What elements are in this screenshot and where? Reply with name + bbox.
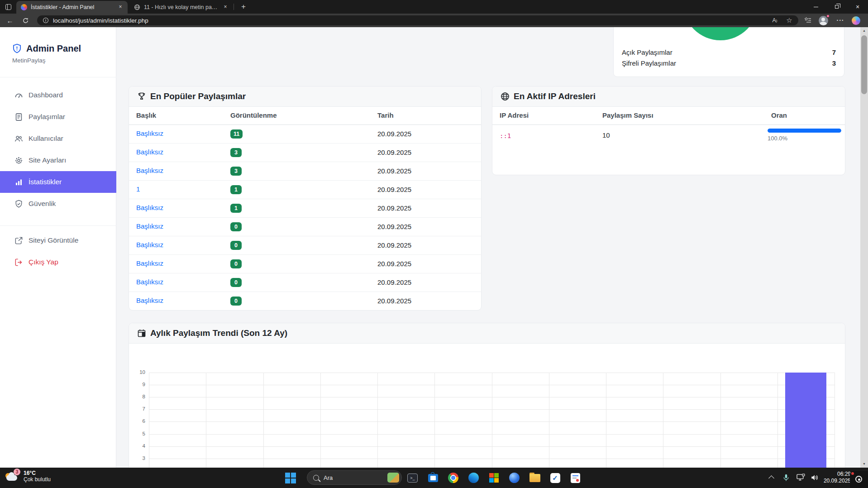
app-icon-notes-app[interactable] [569, 472, 582, 484]
tab-close-icon[interactable]: × [117, 4, 124, 11]
share-title-link[interactable]: Başlıksız [136, 297, 163, 304]
chart-gridline-horizontal [149, 434, 835, 435]
clock-date: 20.09.2025 [814, 478, 851, 484]
sidebar-item-siteyi-goruntule[interactable]: Siteyi Görüntüle [0, 230, 116, 251]
microphone-icon[interactable] [782, 474, 791, 483]
app-icon-file-explorer[interactable] [529, 472, 541, 484]
network-display-icon[interactable] [796, 474, 806, 483]
external-link-icon [14, 236, 23, 245]
sidebar-item-kullanicilar[interactable]: Kullanıcılar [0, 128, 116, 149]
browser-tab-strip: İstatistikler - Admin Panel × 11 - Hızlı… [0, 0, 868, 14]
globe-favicon [134, 4, 140, 10]
sidebar-item-paylasimlar[interactable]: Paylaşımlar [0, 106, 116, 128]
refresh-icon[interactable] [19, 15, 32, 26]
admin-panel-title: Admin Panel [26, 43, 81, 54]
app-icon-terminal[interactable]: >_ [406, 472, 419, 484]
table-row: ::1 10 100.0% [492, 125, 845, 176]
scroll-down-arrow[interactable]: ▼ [860, 460, 868, 468]
chart-y-tick-label: 4 [129, 443, 145, 449]
screen-capture-target-icon[interactable] [850, 471, 868, 488]
browser-tab-active[interactable]: İstatistikler - Admin Panel × [16, 1, 128, 14]
scrollbar-thumb[interactable] [861, 35, 867, 94]
table-row: Başlıksız020.09.2025 [129, 292, 481, 311]
back-icon[interactable]: ← [4, 15, 16, 26]
share-title-link[interactable]: Başlıksız [136, 278, 163, 286]
chart-y-tick-label: 10 [129, 369, 145, 375]
share-date: 20.09.2025 [377, 278, 411, 286]
tab-divider [234, 4, 234, 10]
ip-address: ::1 [500, 132, 511, 139]
sidebar-item-dashboard[interactable]: Dashboard [0, 84, 116, 106]
window-minimize-button[interactable] [806, 0, 826, 14]
window-restore-button[interactable] [826, 0, 847, 14]
table-row: Başlıksız020.09.2025 [129, 218, 481, 236]
chart-y-tick-label: 9 [129, 382, 145, 387]
favorites-list-icon[interactable] [802, 15, 814, 26]
sidebar-item-istatistikler[interactable]: İstatistikler [0, 171, 116, 193]
share-title-link[interactable]: Başlıksız [136, 259, 163, 267]
share-title-link[interactable]: Başlıksız [136, 167, 163, 174]
shield-check-icon [14, 200, 23, 208]
address-bar[interactable]: localhost/just/admin/istatistikler.php A… [37, 15, 798, 25]
logout-icon [14, 258, 23, 267]
app-icon-chrome[interactable] [447, 472, 459, 484]
share-title-link[interactable]: Başlıksız [136, 222, 163, 230]
table-row: 1120.09.2025 [129, 181, 481, 199]
share-title-link[interactable]: Başlıksız [136, 241, 163, 249]
calendar-icon [137, 329, 146, 338]
card-header: En Popüler Paylaşımlar [129, 86, 481, 107]
summary-value: 3 [832, 59, 836, 67]
chart-gridline-horizontal [149, 459, 835, 459]
taskbar-search[interactable]: Ara [307, 470, 402, 485]
app-icon-microsoft-store[interactable] [427, 472, 439, 484]
chart-gridline-vertical [663, 373, 663, 468]
favorite-star-icon[interactable]: ☆ [784, 16, 795, 24]
tab-title: İstatistikler - Admin Panel [31, 4, 113, 10]
tab-close-icon[interactable]: × [222, 4, 229, 11]
window-close-button[interactable]: × [847, 0, 868, 14]
sidebar-item-cikis-yap[interactable]: Çıkış Yap [0, 251, 116, 273]
sidebar-item-guvenlik[interactable]: Güvenlik [0, 193, 116, 215]
share-date: 20.09.2025 [377, 148, 411, 156]
progress-bar [768, 129, 841, 133]
weather-widget[interactable]: 3 16°C Çok bulutlu [5, 469, 51, 483]
card-title: En Popüler Paylaşımlar [150, 91, 246, 101]
column-header: IP Adresi [500, 111, 529, 119]
table-row: Başlıksız020.09.2025 [129, 273, 481, 292]
taskbar-clock[interactable]: 06:29 20.09.2025 [814, 471, 851, 484]
start-button[interactable] [285, 473, 296, 483]
summary-row: Açık Paylaşımlar 7 [622, 47, 836, 57]
column-header: Oran [771, 111, 787, 119]
app-icon-office[interactable] [488, 472, 500, 484]
column-header: Tarih [377, 111, 394, 119]
site-info-icon[interactable] [43, 17, 49, 24]
page-content: Admin Panel MetinPaylaş DashboardPaylaşı… [0, 27, 868, 468]
column-header: Başlık [136, 111, 156, 119]
app-icon-blue-globe-app[interactable] [508, 472, 520, 484]
profile-avatar[interactable] [817, 15, 829, 26]
table-row: Başlıksız320.09.2025 [129, 162, 481, 181]
sidebar-item-label: Paylaşımlar [29, 113, 65, 121]
new-tab-button[interactable]: + [238, 1, 249, 12]
copilot-icon[interactable] [850, 15, 862, 26]
share-title-link[interactable]: Başlıksız [136, 148, 163, 156]
browser-menu-icon[interactable]: ··· [835, 15, 846, 26]
site-name: MetinPaylaş [12, 57, 46, 64]
chart-y-tick-label: 5 [129, 431, 145, 436]
app-icon-check-app[interactable]: ✓ [549, 472, 561, 484]
page-scrollbar[interactable]: ▲ ▼ [860, 27, 868, 468]
share-title-link[interactable]: 1 [136, 185, 140, 193]
tab-actions-icon[interactable] [4, 2, 13, 11]
scroll-up-arrow[interactable]: ▲ [860, 27, 868, 34]
share-title-link[interactable]: Başlıksız [136, 129, 163, 137]
weather-cloud-icon: 3 [5, 469, 20, 483]
read-aloud-icon[interactable]: A) [769, 16, 780, 24]
tray-chevron-icon[interactable] [768, 475, 774, 481]
app-icon-edge[interactable] [467, 472, 480, 484]
chart-y-tick-label: 8 [129, 394, 145, 399]
sidebar-footer-items: Siteyi GörüntüleÇıkış Yap [0, 230, 116, 273]
sidebar-item-site-ayarlari[interactable]: Site Ayarları [0, 149, 116, 171]
browser-tab-inactive[interactable]: 11 - Hızlı ve kolay metin paylaşım × [129, 1, 233, 14]
share-title-link[interactable]: Başlıksız [136, 204, 163, 211]
active-ips-card: En Aktif IP Adresleri IP Adresi Paylaşım… [492, 86, 845, 175]
